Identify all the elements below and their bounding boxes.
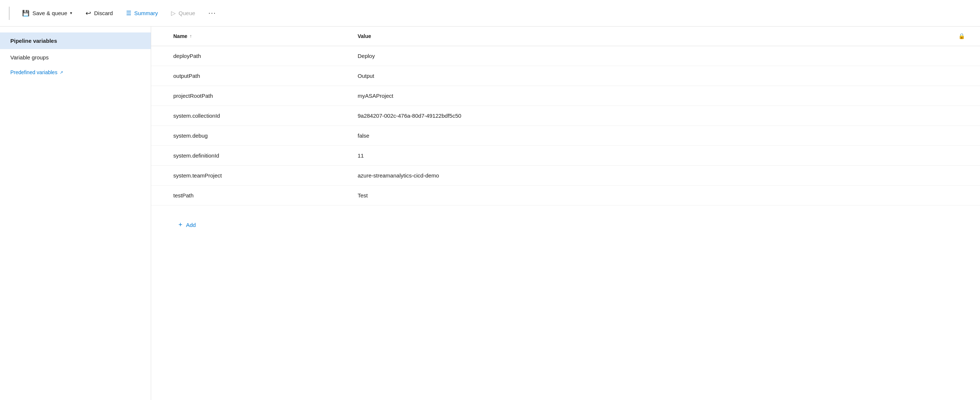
row-value-cell: Test bbox=[358, 192, 958, 199]
predefined-variables-label: Predefined variables bbox=[10, 69, 57, 75]
queue-label: Queue bbox=[178, 10, 195, 16]
table-row[interactable]: outputPath Output bbox=[151, 66, 980, 86]
table-rows-container: deployPath Deploy outputPath Output proj… bbox=[151, 46, 980, 206]
save-queue-label: Save & queue bbox=[32, 10, 67, 16]
lock-icon bbox=[958, 33, 965, 39]
row-name-cell: projectRootPath bbox=[173, 92, 358, 99]
row-name-cell: testPath bbox=[173, 192, 358, 199]
row-value-cell: Output bbox=[358, 73, 958, 79]
name-column-label: Name bbox=[173, 33, 187, 39]
queue-icon: ▷ bbox=[171, 10, 175, 17]
queue-button[interactable]: ▷ Queue bbox=[166, 6, 200, 19]
discard-label: Discard bbox=[94, 10, 113, 16]
row-name-cell: system.definitionId bbox=[173, 152, 358, 159]
save-icon: 💾 bbox=[22, 10, 30, 17]
more-options-label: ··· bbox=[208, 9, 216, 17]
row-value-cell: false bbox=[358, 132, 958, 139]
content-area: Name ↑ Value deployPath Deploy outputPat… bbox=[151, 27, 980, 400]
summary-button[interactable]: ☰ Summary bbox=[121, 6, 163, 19]
add-variable-label: Add bbox=[186, 222, 196, 228]
summary-label: Summary bbox=[134, 10, 158, 16]
chevron-down-icon: ▾ bbox=[70, 11, 72, 16]
table-header: Name ↑ Value bbox=[151, 27, 980, 46]
col-value-header: Value bbox=[358, 33, 958, 39]
row-value-cell: 11 bbox=[358, 152, 958, 159]
toolbar: 💾 Save & queue ▾ ↩ Discard ☰ Summary ▷ Q… bbox=[0, 0, 980, 27]
table-row[interactable]: system.definitionId 11 bbox=[151, 146, 980, 166]
summary-icon: ☰ bbox=[126, 10, 131, 17]
row-name-cell: deployPath bbox=[173, 53, 358, 59]
table-row[interactable]: projectRootPath myASAProject bbox=[151, 86, 980, 106]
row-name-cell: system.debug bbox=[173, 132, 358, 139]
more-options-button[interactable]: ··· bbox=[203, 6, 221, 20]
row-value-cell: azure-streamanalytics-cicd-demo bbox=[358, 172, 958, 178]
row-name-cell: outputPath bbox=[173, 73, 358, 79]
row-value-cell: 9a284207-002c-476a-80d7-49122bdf5c50 bbox=[358, 113, 958, 119]
value-column-label: Value bbox=[358, 33, 371, 39]
save-queue-button[interactable]: 💾 Save & queue ▾ bbox=[17, 6, 78, 19]
row-name-cell: system.collectionId bbox=[173, 113, 358, 119]
table-row[interactable]: system.teamProject azure-streamanalytics… bbox=[151, 166, 980, 186]
table-row[interactable]: system.debug false bbox=[151, 126, 980, 146]
discard-icon: ↩ bbox=[86, 9, 91, 18]
table-row[interactable]: system.collectionId 9a284207-002c-476a-8… bbox=[151, 106, 980, 126]
row-name-cell: system.teamProject bbox=[173, 172, 358, 178]
add-plus-icon: + bbox=[178, 221, 183, 229]
sidebar: Pipeline variables Variable groups Prede… bbox=[0, 27, 151, 400]
add-variable-button[interactable]: + Add bbox=[173, 217, 201, 233]
sidebar-item-label: Variable groups bbox=[10, 54, 49, 61]
external-link-icon: ↗ bbox=[60, 70, 63, 75]
table-row[interactable]: testPath Test bbox=[151, 186, 980, 206]
sort-arrow-icon[interactable]: ↑ bbox=[189, 33, 192, 39]
col-name-header: Name ↑ bbox=[173, 33, 358, 39]
main-layout: Pipeline variables Variable groups Prede… bbox=[0, 27, 980, 400]
toolbar-divider bbox=[9, 6, 10, 20]
table-row[interactable]: deployPath Deploy bbox=[151, 46, 980, 66]
sidebar-item-pipeline-variables[interactable]: Pipeline variables bbox=[0, 32, 151, 49]
sidebar-item-label: Pipeline variables bbox=[10, 38, 57, 44]
predefined-variables-link[interactable]: Predefined variables ↗ bbox=[0, 66, 151, 79]
row-value-cell: myASAProject bbox=[358, 92, 958, 99]
discard-button[interactable]: ↩ Discard bbox=[80, 6, 118, 20]
lock-column-header bbox=[958, 33, 965, 40]
sidebar-item-variable-groups[interactable]: Variable groups bbox=[0, 49, 151, 66]
row-value-cell: Deploy bbox=[358, 53, 958, 59]
